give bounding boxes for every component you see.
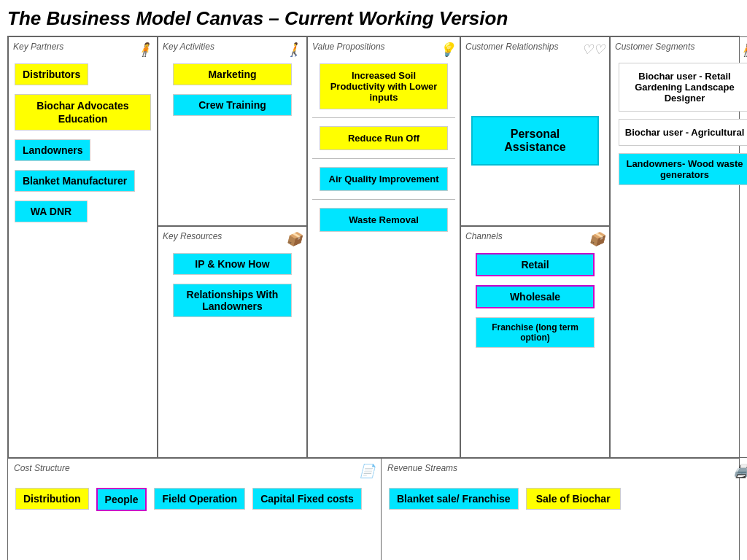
channels-cell: Channels Retail Wholesale Franchise (lon…	[460, 226, 610, 458]
list-item: Crew Training	[173, 94, 291, 116]
divider	[312, 117, 455, 118]
top-grid: Key Partners Distributors Biochar Advoca…	[7, 36, 740, 459]
cost-structure-items: Distribution People Field Operation Capi…	[14, 485, 375, 514]
channels-header: Channels	[465, 231, 605, 247]
list-item: Landowners	[15, 139, 90, 161]
list-item: Distributors	[15, 63, 88, 85]
customer-segments-cell: Customer Segments Biochar user - Retail …	[610, 36, 747, 458]
list-item: Capital Fixed costs	[252, 488, 362, 510]
list-item: Blanket Manufacturer	[15, 170, 135, 192]
value-propositions-icon	[439, 42, 455, 58]
customer-segments-icon	[738, 42, 747, 58]
revenue-streams-items: Blanket sale/ Franchise Sale of Biochar	[387, 485, 747, 513]
list-item: Wholesale	[476, 285, 594, 308]
list-item: Reduce Run Off	[320, 126, 448, 150]
list-item: Air Quality Improvement	[320, 167, 448, 191]
list-item: People	[96, 488, 147, 511]
key-partners-items: Distributors Biochar Advocates Education…	[13, 61, 152, 225]
list-item: Blanket sale/ Franchise	[389, 488, 519, 510]
list-item: Biochar user - Retail Gardening Landscap…	[619, 63, 747, 112]
list-item: Franchise (long term option)	[476, 317, 594, 348]
key-partners-icon	[136, 42, 152, 58]
customer-relationships-icon: ♡	[581, 42, 605, 58]
canvas-container: Key Partners Distributors Biochar Advoca…	[7, 36, 740, 560]
cost-structure-icon: 📄	[359, 463, 375, 479]
value-propositions-cell: Value Propositions Increased Soil Produc…	[307, 36, 460, 458]
value-propositions-header: Value Propositions	[312, 42, 455, 58]
list-item: WA DNR	[15, 201, 88, 222]
key-resources-icon	[286, 231, 302, 247]
channels-icon	[589, 231, 605, 247]
key-resources-header: Key Resources	[163, 231, 302, 247]
list-item: Distribution	[15, 488, 89, 510]
list-item: Increased Soil Productivity with Lower i…	[320, 63, 448, 109]
revenue-streams-icon: 🖨️	[733, 463, 747, 479]
list-item: Landowners- Wood waste generators	[619, 153, 747, 185]
key-activities-items: Marketing Crew Training	[163, 61, 302, 119]
list-item: Sale of Biochar	[526, 488, 621, 510]
customer-relationships-items: Personal Assistance	[465, 61, 605, 221]
list-item: Personal Assistance	[471, 116, 600, 166]
divider	[312, 199, 455, 200]
list-item: Biochar Advocates Education	[15, 94, 151, 131]
key-activities-icon	[286, 42, 302, 58]
value-propositions-items: Increased Soil Productivity with Lower i…	[312, 61, 455, 235]
customer-segments-items: Biochar user - Retail Gardening Landscap…	[615, 61, 747, 187]
divider	[312, 158, 455, 159]
key-partners-cell: Key Partners Distributors Biochar Advoca…	[8, 36, 158, 458]
page-title: The Business Model Canvas – Current Work…	[7, 7, 740, 30]
list-item: Waste Removal	[320, 208, 448, 232]
customer-relationships-header: Customer Relationships ♡	[465, 42, 605, 58]
key-resources-cell: Key Resources IP & Know How Relationship…	[158, 226, 307, 458]
cost-structure-header: Cost Structure 📄	[14, 463, 375, 479]
key-activities-cell: Key Activities Marketing Crew Training	[158, 36, 307, 226]
revenue-streams-cell: Revenue Streams 🖨️ Blanket sale/ Franchi…	[382, 459, 747, 560]
list-item: Marketing	[173, 63, 291, 85]
customer-segments-header: Customer Segments	[615, 42, 747, 58]
key-activities-header: Key Activities	[163, 42, 302, 58]
cost-structure-cell: Cost Structure 📄 Distribution People Fie…	[8, 459, 382, 560]
bottom-grid: Cost Structure 📄 Distribution People Fie…	[7, 459, 740, 560]
list-item: Relationships With Landowners	[173, 284, 291, 317]
customer-relationships-cell: Customer Relationships ♡ Personal Assist…	[460, 36, 610, 226]
list-item: Retail	[476, 253, 594, 276]
list-item: Field Operation	[154, 488, 245, 510]
key-resources-items: IP & Know How Relationships With Landown…	[163, 250, 302, 320]
list-item: Biochar user - Agricultural	[619, 119, 747, 146]
key-partners-header: Key Partners	[13, 42, 152, 58]
list-item: IP & Know How	[173, 253, 291, 275]
channels-items: Retail Wholesale Franchise (long term op…	[465, 250, 605, 351]
revenue-streams-header: Revenue Streams 🖨️	[387, 463, 747, 479]
